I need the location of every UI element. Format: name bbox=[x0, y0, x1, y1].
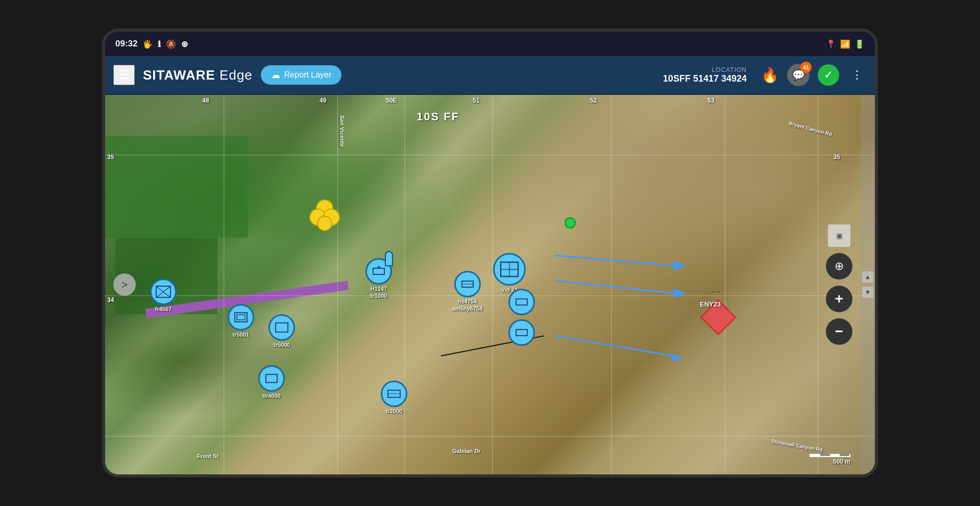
field-green-1 bbox=[105, 136, 248, 238]
zoom-in-icon: + bbox=[835, 291, 843, 307]
tr5000-label: tr5000 bbox=[274, 342, 290, 348]
report-layer-label: Report Layer bbox=[284, 70, 332, 80]
unit-vid71[interactable]: Vid 71 bbox=[493, 253, 526, 293]
info-icon: ℹ bbox=[158, 39, 161, 49]
battery-icon: 🔋 bbox=[854, 39, 865, 49]
svg-point-20 bbox=[317, 216, 332, 231]
unit-hs4754[interactable]: hs4754 am5hy6754 bbox=[452, 271, 482, 312]
crosshair-icon: ⊕ bbox=[835, 260, 844, 273]
scale-bar: 500 m bbox=[810, 454, 850, 465]
crosshair-button[interactable]: ⊕ bbox=[826, 253, 852, 280]
map-area[interactable]: 48 49 50E 51 52 53 35 34 35 34 10S FF Sa… bbox=[105, 95, 875, 474]
unit-tr5001[interactable]: tr5001 bbox=[228, 304, 254, 338]
location-coords: 10SFF 51417 34924 bbox=[663, 73, 747, 84]
svg-rect-38 bbox=[516, 330, 527, 336]
scope-icon: ⊛ bbox=[181, 39, 188, 49]
more-button[interactable]: ⋮ bbox=[847, 66, 867, 84]
hand-icon: 🖐 bbox=[142, 39, 153, 49]
unit-ltr4000[interactable]: ltr4000 bbox=[258, 365, 285, 399]
unit-tr2000[interactable]: tr2000 bbox=[381, 381, 407, 414]
unit-stacked-2[interactable] bbox=[508, 319, 535, 346]
stacked-2-icon bbox=[508, 319, 535, 346]
scroll-indicator-top: ▲ bbox=[862, 271, 873, 283]
unit-fr4567[interactable]: fr4567 bbox=[150, 279, 177, 312]
app-title: SITAWARE Edge bbox=[143, 67, 253, 83]
scroll-indicator-bottom: ▼ bbox=[862, 287, 873, 298]
three-dots: ··· bbox=[712, 288, 721, 296]
map-controls: ▣ ⊕ + − bbox=[826, 224, 852, 345]
collapse-icon: > bbox=[121, 279, 128, 291]
fire-button[interactable]: 🔥 bbox=[761, 67, 779, 84]
zoom-in-button[interactable]: + bbox=[826, 286, 852, 312]
hs4754-icon bbox=[454, 271, 481, 297]
svg-rect-39 bbox=[701, 300, 736, 335]
h1147-icon-container bbox=[365, 258, 392, 285]
h1147-label: H1147 bbox=[371, 286, 387, 292]
tr2000-icon bbox=[381, 381, 407, 407]
status-left: 09:32 🖐 ℹ 🔕 ⊛ bbox=[115, 39, 188, 49]
more-icon: ⋮ bbox=[851, 68, 863, 81]
time-display: 09:32 bbox=[115, 39, 137, 49]
check-button[interactable]: ✓ bbox=[818, 64, 839, 86]
fr4567-icon bbox=[150, 279, 177, 305]
tr5000-icon bbox=[268, 314, 295, 341]
svg-rect-27 bbox=[266, 374, 277, 383]
location-info: LOCATION 10SFF 51417 34924 bbox=[663, 66, 747, 84]
unit-h1147[interactable]: H1147 tr1000 bbox=[365, 258, 392, 299]
notification-icon: 🔕 bbox=[166, 39, 176, 49]
square-button[interactable]: ▣ bbox=[828, 224, 850, 247]
zoom-out-button[interactable]: − bbox=[826, 318, 852, 345]
unit-tr5000[interactable]: tr5000 bbox=[268, 314, 295, 348]
zoom-out-icon: − bbox=[835, 323, 843, 340]
chat-badge: 41 bbox=[800, 62, 812, 73]
ltr4000-icon bbox=[258, 365, 285, 392]
status-right: 📍 📶 🔋 bbox=[826, 39, 865, 49]
eny23-icon bbox=[700, 299, 737, 336]
tr5001-label: tr5001 bbox=[233, 332, 249, 338]
svg-rect-30 bbox=[373, 268, 384, 274]
fire-icon: 🔥 bbox=[761, 67, 779, 83]
unit-stacked-1[interactable] bbox=[508, 289, 535, 315]
check-icon: ✓ bbox=[824, 68, 833, 82]
chat-button[interactable]: 💬 41 bbox=[787, 64, 810, 86]
svg-point-31 bbox=[377, 266, 380, 268]
location-label: LOCATION bbox=[663, 66, 747, 73]
app-title-bold: SITAWARE bbox=[143, 67, 215, 83]
scale-line bbox=[810, 454, 850, 457]
ltr4000-label: ltr4000 bbox=[262, 393, 280, 399]
status-bar: 09:32 🖐 ℹ 🔕 ⊛ 📍 📶 🔋 bbox=[105, 32, 875, 56]
hs4754-label: hs4754 bbox=[458, 298, 477, 305]
stacked-1-icon bbox=[508, 289, 535, 315]
device-frame: 09:32 🖐 ℹ 🔕 ⊛ 📍 📶 🔋 ☰ SITAWARE Edge ☁ Re… bbox=[102, 29, 878, 477]
report-layer-button[interactable]: ☁ Report Layer bbox=[261, 65, 342, 85]
svg-rect-25 bbox=[237, 315, 245, 320]
fr4567-label: fr4567 bbox=[155, 306, 172, 312]
hamburger-button[interactable]: ☰ bbox=[113, 65, 135, 85]
app-header: ☰ SITAWARE Edge ☁ Report Layer LOCATION … bbox=[105, 56, 875, 95]
yellow-clover-symbol[interactable] bbox=[307, 197, 342, 233]
gps-icon: 📍 bbox=[826, 39, 836, 49]
collapse-button[interactable]: > bbox=[113, 273, 136, 296]
vid71-icon bbox=[493, 253, 526, 286]
menu-icon: ☰ bbox=[118, 68, 130, 82]
scale-text: 500 m bbox=[833, 458, 850, 465]
svg-rect-37 bbox=[516, 299, 527, 305]
tr2000-label: tr2000 bbox=[386, 408, 402, 414]
am5hy6754-label: am5hy6754 bbox=[452, 306, 482, 312]
square-icon: ▣ bbox=[836, 232, 843, 240]
map-scrollbar[interactable]: ▲ ▼ bbox=[861, 95, 875, 474]
wifi-icon: 📶 bbox=[840, 39, 850, 49]
tr1000-label: tr1000 bbox=[371, 293, 387, 299]
tr5001-icon bbox=[228, 304, 254, 331]
cloud-icon: ☁ bbox=[271, 69, 280, 81]
svg-rect-26 bbox=[276, 323, 288, 332]
green-dot-marker[interactable] bbox=[565, 217, 576, 229]
app-title-light: Edge bbox=[215, 67, 253, 83]
